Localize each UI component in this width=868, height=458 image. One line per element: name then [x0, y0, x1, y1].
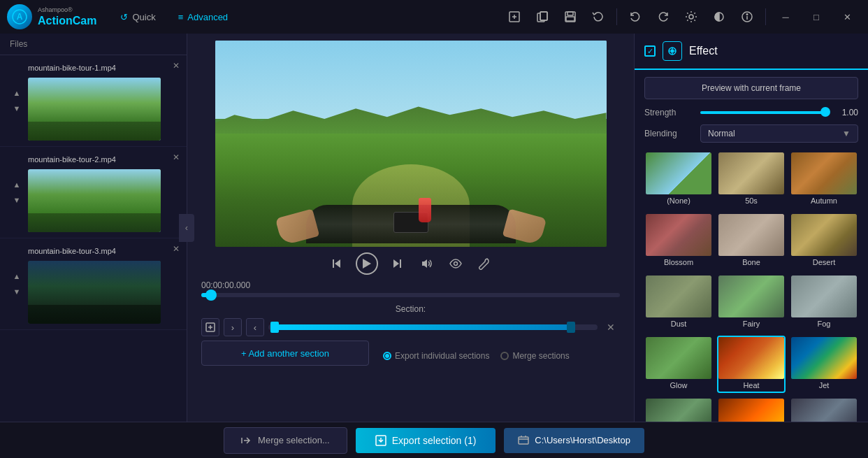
file-item[interactable]: ▲ ▼ mountain-bike-tour-3.mp4 ✕: [0, 238, 187, 330]
effect-heat[interactable]: Heat: [717, 336, 786, 393]
effect-thumb-more-1: [646, 399, 711, 422]
effect-thumb-heat: [718, 337, 784, 379]
titlebar: A Ashampoo® ActionCam ↺ Quick ≡ Advanced: [0, 0, 868, 34]
close-btn[interactable]: ✕: [833, 4, 861, 29]
file-name: mountain-bike-tour-2.mp4: [28, 152, 180, 166]
section-remove-btn[interactable]: ✕: [602, 318, 620, 336]
merge-label: Merge selection...: [258, 435, 330, 445]
effect-blossom[interactable]: Blossom: [644, 213, 713, 270]
file-up-btn[interactable]: ▲: [10, 86, 24, 100]
blending-select[interactable]: Normal ▼: [700, 124, 858, 143]
effect-thumb-dust: [646, 275, 711, 317]
merge-sections-label: Merge sections: [512, 351, 569, 361]
effect-more-3[interactable]: [790, 397, 858, 422]
redo-btn[interactable]: [651, 4, 676, 29]
export-individual-radio[interactable]: [383, 352, 391, 360]
effect-thumb-more-2: [718, 399, 784, 422]
file-remove-btn[interactable]: ✕: [170, 151, 182, 164]
refresh-btn[interactable]: [586, 4, 611, 29]
file-controls: ▲ ▼: [10, 178, 24, 207]
effect-label-50s: 50s: [745, 194, 758, 207]
effect-none[interactable]: (None): [644, 151, 713, 208]
settings-btn[interactable]: [679, 4, 704, 29]
svg-rect-30: [519, 437, 528, 444]
play-btn[interactable]: [356, 252, 378, 275]
merge-sections-option[interactable]: Merge sections: [500, 351, 569, 361]
section-prev-btn[interactable]: ‹: [246, 318, 264, 336]
effect-jet[interactable]: Jet: [790, 336, 858, 393]
export-selection-btn[interactable]: Export selection (1): [356, 428, 496, 453]
effect-label-fog: Fog: [818, 317, 831, 330]
volume-btn[interactable]: [416, 253, 437, 274]
effect-label-fairy: Fairy: [743, 317, 760, 330]
svg-rect-17: [333, 259, 334, 268]
titlebar-icons: ─ □ ✕: [502, 4, 861, 29]
effect-fairy[interactable]: Fairy: [717, 274, 786, 331]
undo-btn[interactable]: [623, 4, 648, 29]
app-icon: A: [7, 4, 32, 29]
effect-desert[interactable]: Desert: [790, 213, 858, 270]
chevron-down-icon: ▼: [842, 129, 851, 138]
blending-value: Normal: [708, 129, 735, 138]
file-down-btn[interactable]: ▼: [10, 101, 24, 115]
quick-nav[interactable]: ↺ Quick: [110, 8, 165, 27]
tools-btn[interactable]: [475, 253, 496, 274]
effect-label-desert: Desert: [813, 256, 835, 269]
effect-50s[interactable]: 50s: [717, 151, 786, 208]
new-btn[interactable]: [502, 4, 527, 29]
effect-thumb-desert: [791, 214, 857, 256]
strength-slider[interactable]: [700, 111, 827, 114]
file-up-btn[interactable]: ▲: [10, 178, 24, 192]
theme-btn[interactable]: [707, 4, 732, 29]
add-section-btn[interactable]: + Add another section: [201, 341, 369, 366]
timeline-track[interactable]: [201, 293, 620, 297]
svg-marker-21: [422, 259, 427, 268]
quick-icon: ↺: [120, 12, 128, 22]
preview-frame-btn[interactable]: Preview with current frame: [644, 77, 858, 99]
panel-title: Effect: [689, 45, 718, 57]
quick-label: Quick: [132, 12, 155, 22]
svg-marker-18: [363, 259, 371, 269]
effect-thumb-more-3: [791, 399, 857, 422]
effect-glow[interactable]: Glow: [644, 336, 713, 393]
file-up-btn[interactable]: ▲: [10, 269, 24, 283]
next-frame-btn[interactable]: [386, 253, 407, 274]
section-add-btn[interactable]: [201, 318, 219, 336]
merge-selection-btn[interactable]: Merge selection...: [224, 427, 347, 454]
output-path-btn[interactable]: C:\Users\Horst\Desktop: [504, 428, 644, 453]
effect-more-1[interactable]: [644, 397, 713, 422]
panel-checkbox[interactable]: ✓: [644, 45, 656, 57]
info-btn[interactable]: [735, 4, 760, 29]
prev-frame-btn[interactable]: [326, 253, 347, 274]
section-next-btn[interactable]: ›: [224, 318, 242, 336]
minimize-btn[interactable]: ─: [772, 4, 800, 29]
file-item[interactable]: ▲ ▼ mountain-bike-tour-2.mp4 ✕: [0, 147, 187, 238]
export-individual-option[interactable]: Export individual sections: [383, 351, 489, 361]
preview-eye-btn[interactable]: [445, 253, 466, 274]
file-item[interactable]: ▲ ▼ mountain-bike-tour-1.mp4 ✕: [0, 55, 187, 147]
svg-point-11: [689, 15, 693, 19]
file-down-btn[interactable]: ▼: [10, 285, 24, 299]
effect-more-2[interactable]: [717, 397, 786, 422]
effect-fog[interactable]: Fog: [790, 274, 858, 331]
file-remove-btn[interactable]: ✕: [170, 59, 182, 72]
blending-control: Blending Normal ▼: [644, 124, 858, 143]
file-down-btn[interactable]: ▼: [10, 193, 24, 207]
effect-dust[interactable]: Dust: [644, 274, 713, 331]
sidebar-collapse-btn[interactable]: ‹: [179, 214, 194, 242]
duplicate-btn[interactable]: [530, 4, 555, 29]
file-remove-btn[interactable]: ✕: [170, 243, 182, 255]
export-label: Export selection (1): [392, 435, 477, 446]
effect-autumn[interactable]: Autumn: [790, 151, 858, 208]
file-controls: ▲ ▼: [10, 269, 24, 299]
advanced-nav[interactable]: ≡ Advanced: [168, 8, 238, 27]
merge-sections-radio[interactable]: [500, 352, 509, 360]
save-btn[interactable]: [558, 4, 583, 29]
file-thumbnail: [28, 261, 161, 324]
maximize-btn[interactable]: □: [802, 4, 830, 29]
file-thumbnail: [28, 78, 161, 141]
effect-label-jet: Jet: [819, 379, 830, 392]
path-label: C:\Users\Horst\Desktop: [535, 435, 630, 445]
effect-thumb-50s: [718, 152, 784, 194]
effect-bone[interactable]: Bone: [717, 213, 786, 270]
